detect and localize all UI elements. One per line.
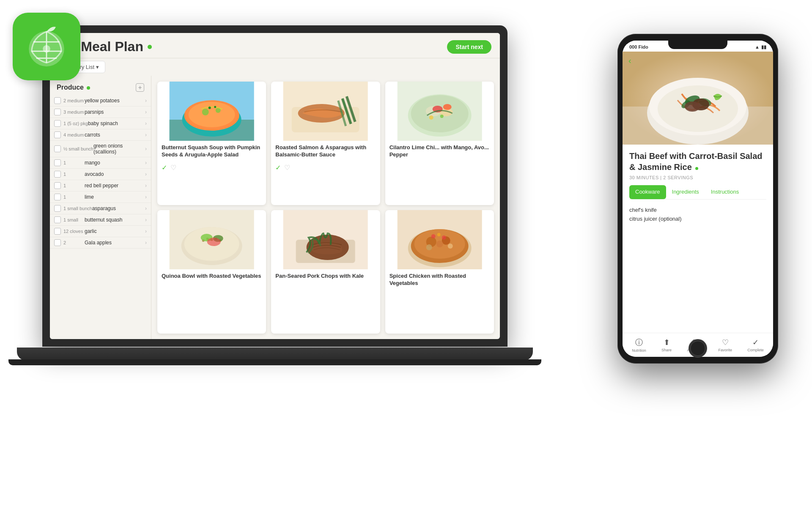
start-next-button[interactable]: Start next [447,40,491,54]
tab-cookware[interactable]: Cookware [629,185,666,199]
laptop-base [17,348,533,360]
item-name: carrots [85,132,145,138]
item-arrow-icon: › [145,183,147,189]
recipe-card[interactable]: Roasted Salmon & Asparagus with Balsamic… [271,82,380,205]
sidebar-section-title: Produce + [50,80,151,95]
grocery-item[interactable]: 3 medium parsnips › [50,107,151,118]
recipe-card[interactable]: Cilantro Lime Chi... with Mango, Avo... … [385,82,494,205]
recipe-card[interactable]: Quinoa Bowl with Roasted Vegetables [157,210,266,334]
nutrition-button[interactable]: ⓘ Nutrition [632,337,646,353]
item-checkbox[interactable] [54,97,61,104]
status-icons: ▲ ▮▮ [755,44,766,50]
grocery-item[interactable]: 1 mango › [50,157,151,169]
phone-container: 000 Fido 8:39 AM ▲ ▮▮ ‹ [617,34,778,364]
item-checkbox[interactable] [54,216,61,223]
svg-point-24 [429,115,433,120]
item-name: lime [85,194,145,200]
grocery-item[interactable]: 1 small butternut squash › [50,214,151,226]
grocery-item[interactable]: 12 cloves garlic › [50,226,151,237]
item-checkbox[interactable] [54,109,61,115]
nutrition-label: Nutrition [632,348,646,353]
heart-icon[interactable]: ♡ [284,164,290,172]
item-name: yellow potatoes [85,98,145,104]
item-quantity: 1 [63,194,85,200]
item-quantity: 1 [63,183,85,188]
item-quantity: 1 [63,160,85,165]
recipe-info: Quinoa Bowl with Roasted Vegetables [157,269,266,283]
item-quantity: 1 (5 oz) pkg [63,121,88,126]
recipe-image [271,210,380,269]
recipe-actions: ✓ ♡ [157,162,266,174]
item-checkbox[interactable] [54,182,61,189]
complete-button[interactable]: ✓ Complete [747,338,764,352]
heart-icon[interactable]: ♡ [170,164,176,172]
item-checkbox[interactable] [54,171,61,178]
svg-point-9 [208,107,211,109]
grocery-item[interactable]: 1 avocado › [50,169,151,180]
recipe-card[interactable]: Pan-Seared Pork Chops with Kale [271,210,380,334]
svg-point-36 [207,238,221,246]
grocery-item[interactable]: 4 medium carrots › [50,129,151,141]
add-item-button[interactable]: + [136,83,144,92]
item-name: mango [85,160,145,166]
phone-home-inner [690,341,705,356]
cookware-item: citrus juicer (optional) [629,214,766,223]
svg-point-61 [685,101,700,112]
item-name: baby spinach [88,120,145,126]
recipe-card[interactable]: Spiced Chicken with Roasted Vegetables [385,210,494,334]
phone-home-button[interactable] [689,339,707,358]
favorite-button[interactable]: ♡ Favorite [718,338,732,352]
grocery-item[interactable]: 1 (5 oz) pkg baby spinach › [50,118,151,129]
checkmark-icon[interactable]: ✓ [275,164,281,172]
item-arrow-icon: › [145,132,147,138]
item-checkbox[interactable] [54,145,61,152]
item-name: Gala apples [85,240,145,246]
item-checkbox[interactable] [54,159,61,166]
svg-point-46 [436,241,443,247]
share-button[interactable]: ⬆ Share [661,338,672,352]
wifi-icon: ▲ [755,44,760,49]
item-arrow-icon: › [145,109,147,115]
complete-icon: ✓ [752,338,759,347]
item-quantity: 1 small [63,217,85,222]
item-checkbox[interactable] [54,194,61,200]
app-content: Produce + 2 medium yellow potatoes › 3 m… [50,76,500,339]
grocery-item[interactable]: 2 Gala apples › [50,237,151,249]
item-checkbox[interactable] [54,131,61,138]
battery-icon: ▮▮ [761,44,766,50]
item-arrow-icon: › [145,146,147,152]
checkmark-icon[interactable]: ✓ [162,164,167,172]
cookware-item: chef's knife [629,205,766,214]
grocery-item[interactable]: 1 lime › [50,192,151,203]
grocery-item[interactable]: 2 medium yellow potatoes › [50,95,151,107]
grocery-items-list: 2 medium yellow potatoes › 3 medium pars… [50,95,151,249]
app-header: My Meal Plan Start next [50,33,500,58]
phone-recipe-title: Thai Beef with Carrot-Basil Salad & Jasm… [629,151,766,172]
grocery-item[interactable]: ½ small bunch green onions (scallions) › [50,141,151,157]
item-checkbox[interactable] [54,120,61,127]
item-quantity: 2 [63,240,85,245]
recipe-info: Butternut Squash Soup with Pumpkin Seeds… [157,141,266,162]
recipe-card[interactable]: Butternut Squash Soup with Pumpkin Seeds… [157,82,266,205]
item-checkbox[interactable] [54,205,61,212]
grocery-item[interactable]: 1 small bunch asparagus › [50,203,151,214]
phone-back-button[interactable]: ‹ [628,56,631,66]
item-checkbox[interactable] [54,228,61,235]
favorite-label: Favorite [718,348,732,352]
item-arrow-icon: › [145,160,147,166]
recipe-info: Roasted Salmon & Asparagus with Balsamic… [271,141,380,162]
phone-tabs: Cookware Ingredients Instructions [629,185,766,200]
item-checkbox[interactable] [54,239,61,246]
laptop-screen: My Meal Plan Start next Grocery List ▾ P… [50,33,500,339]
recipe-title: Roasted Salmon & Asparagus with Balsamic… [275,144,376,159]
item-arrow-icon: › [145,240,147,246]
tab-instructions[interactable]: Instructions [705,185,745,199]
item-name: avocado [85,171,145,177]
tab-ingredients[interactable]: Ingredients [666,185,705,199]
phone-notch [668,41,727,49]
recipe-info: Cilantro Lime Chi... with Mango, Avo... … [385,141,494,162]
recipe-image [271,82,380,141]
dropdown-arrow-icon: ▾ [96,64,99,70]
grocery-item[interactable]: 1 red bell pepper › [50,180,151,192]
share-label: Share [661,348,672,352]
